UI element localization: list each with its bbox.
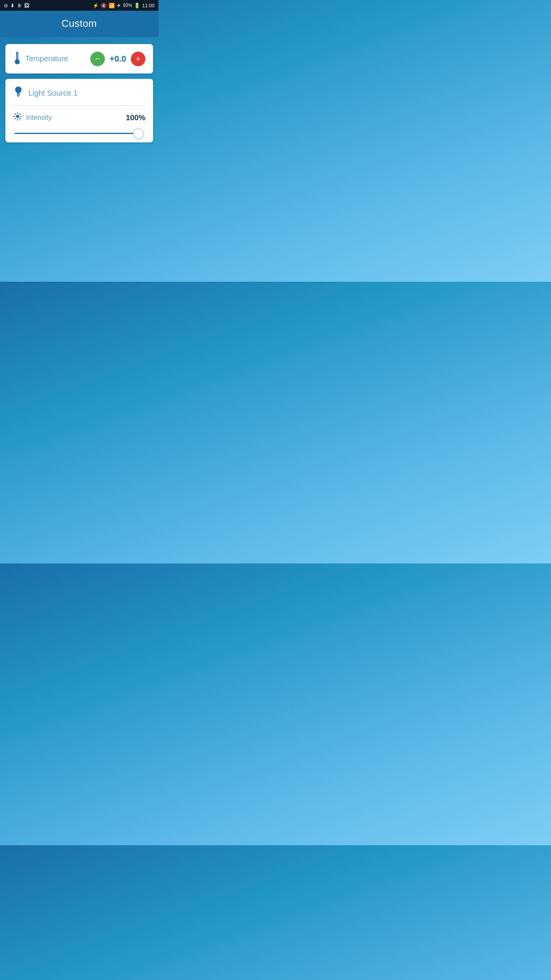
thermometer-icon (13, 51, 21, 67)
divider (13, 105, 145, 106)
svg-rect-2 (17, 52, 18, 59)
status-left-icons: ⊖ ⬇ ⏸ 🖼 (4, 3, 29, 8)
svg-rect-5 (18, 96, 20, 96)
image-icon: 🖼 (24, 3, 29, 8)
svg-point-6 (16, 115, 19, 118)
intensity-value: 100% (126, 113, 145, 122)
download-icon: ⬇ (10, 3, 15, 8)
intensity-row: Intensity 100% (13, 112, 145, 123)
battery-percentage: 93% (123, 3, 132, 8)
svg-line-11 (15, 114, 16, 114)
intensity-slider[interactable] (15, 133, 144, 134)
circle-icon: ⊖ (4, 3, 8, 8)
light-source-title: Light Source 1 (28, 89, 78, 98)
light-source-header: Light Source 1 (13, 86, 145, 101)
temperature-decrease-button[interactable]: − (90, 52, 105, 66)
mute-icon: 🔇 (101, 3, 107, 8)
airplane-icon: ✈ (117, 3, 121, 8)
sun-icon (13, 112, 22, 123)
light-source-card: Light Source 1 Intensity 100% (5, 79, 153, 142)
svg-point-1 (15, 59, 20, 64)
page-title: Custom (6, 18, 152, 29)
pause-icon: ⏸ (17, 3, 22, 8)
temperature-value: +0.0 (109, 54, 127, 64)
bulb-icon (13, 86, 24, 101)
svg-line-12 (20, 118, 20, 119)
status-right-icons: ⚡ 🔇 📶 ✈ 93% 🔋 11:00 (93, 3, 155, 8)
svg-rect-3 (16, 94, 20, 95)
status-bar: ⊖ ⬇ ⏸ 🖼 ⚡ 🔇 📶 ✈ 93% 🔋 11:00 (0, 0, 158, 11)
svg-line-13 (15, 118, 16, 119)
app-header: Custom (0, 11, 158, 37)
svg-line-14 (20, 114, 20, 114)
battery-icon: 🔋 (134, 3, 140, 8)
svg-rect-4 (17, 95, 20, 96)
temperature-label: Temperature (25, 54, 86, 63)
bluetooth-icon: ⚡ (93, 3, 99, 8)
temperature-increase-button[interactable]: + (131, 52, 145, 66)
status-time: 11:00 (142, 3, 155, 8)
temperature-controls: − +0.0 + (90, 52, 145, 66)
temperature-card: Temperature − +0.0 + (5, 44, 153, 74)
intensity-label: Intensity (26, 114, 122, 122)
intensity-slider-container (13, 129, 145, 136)
wifi-icon: 📶 (109, 3, 115, 8)
main-content: Temperature − +0.0 + Light Source 1 (0, 37, 158, 282)
